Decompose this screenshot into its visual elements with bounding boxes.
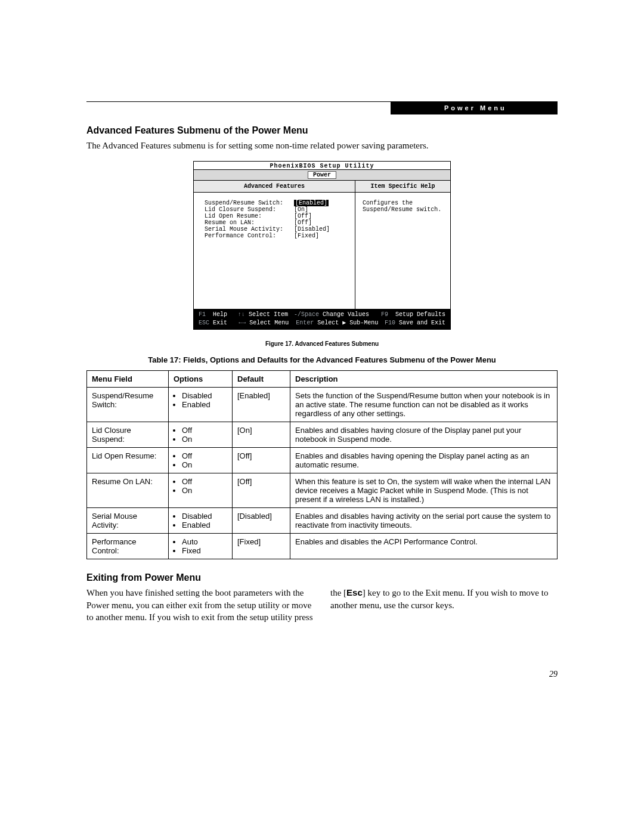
cell-field: Suspend/Resume Switch: (87, 388, 169, 422)
cell-field: Serial Mouse Activity: (87, 508, 169, 534)
table-row: Lid Open Resume: OffOn [Off] Enables and… (87, 448, 558, 473)
cell-options: AutoFixed (169, 534, 233, 559)
bios-utility-title: PhoenixBIOS Setup Utility (194, 162, 450, 169)
table-row: Lid Closure Suspend: OffOn [On] Enables … (87, 422, 558, 448)
cell-default: [Fixed] (233, 534, 290, 559)
cell-field: Lid Closure Suspend: (87, 422, 169, 448)
cell-desc: Enables and disables the ACPI Performanc… (290, 534, 558, 559)
section2-para-c: ] key to go to the Exit menu. If you wis… (330, 588, 548, 609)
section-header-bar: Power Menu (391, 101, 558, 114)
cell-default: [Enabled] (233, 388, 290, 422)
bios-right-pane: Item Specific Help Configures the Suspen… (355, 181, 450, 309)
section-header-label: Power Menu (444, 104, 507, 112)
table-row: Performance Control: AutoFixed [Fixed] E… (87, 534, 558, 559)
bios-fields: Suspend/Resume Switch: [Enabled] Lid Clo… (194, 193, 355, 244)
cell-field: Lid Open Resume: (87, 448, 169, 473)
esc-key-label: Esc (346, 587, 363, 597)
bios-row-4: Serial Mouse Activity: [Disabled] (205, 226, 350, 233)
table-row: Resume On LAN: OffOn [Off] When this fea… (87, 473, 558, 508)
cell-default: [Disabled] (233, 508, 290, 534)
bios-left-title: Advanced Features (194, 181, 355, 193)
cell-default: [Off] (233, 473, 290, 508)
section1-intro: The Advanced Features submenu is for set… (86, 140, 558, 151)
cell-desc: Enables and disables having activity on … (290, 508, 558, 534)
cell-options: OffOn (169, 448, 233, 473)
bios-body: Advanced Features Suspend/Resume Switch:… (194, 181, 450, 309)
bios-right-title: Item Specific Help (355, 181, 450, 193)
table-row: Suspend/Resume Switch: DisabledEnabled [… (87, 388, 558, 422)
section2-body: When you have finished setting the boot … (86, 587, 558, 623)
bios-footer: F1 Help ↑↓ Select Item -/Space Change Va… (194, 309, 450, 329)
cell-options: OffOn (169, 473, 233, 508)
page-number: 29 (549, 670, 558, 679)
bios-selected-value: [Enabled] (294, 200, 329, 206)
cell-desc: Enables and disables having opening the … (290, 448, 558, 473)
th-default: Default (233, 371, 290, 388)
bios-row-3: Resume on LAN: [Off] (205, 219, 350, 226)
cell-options: DisabledEnabled (169, 388, 233, 422)
bios-tab-row: Power (194, 169, 450, 181)
figure-caption: Figure 17. Advanced Features Submenu (86, 340, 558, 347)
cell-desc: Enables and disables having closure of t… (290, 422, 558, 448)
cell-default: [On] (233, 422, 290, 448)
cell-desc: When this feature is set to On, the syst… (290, 473, 558, 508)
page: Power Menu Advanced Features Submenu of … (0, 0, 644, 833)
table-header-row: Menu Field Options Default Description (87, 371, 558, 388)
table-row: Serial Mouse Activity: DisabledEnabled [… (87, 508, 558, 534)
bios-row-1: Lid Closure Suspend: [On] (205, 206, 350, 213)
bios-help-text: Configures the Suspend/Resume switch. (355, 193, 450, 218)
th-menu-field: Menu Field (87, 371, 169, 388)
content-area: Advanced Features Submenu of the Power M… (86, 125, 558, 623)
cell-field: Performance Control: (87, 534, 169, 559)
bios-row-2: Lid Open Resume: [Off] (205, 213, 350, 219)
th-options: Options (169, 371, 233, 388)
cell-field: Resume On LAN: (87, 473, 169, 508)
bios-row-0: Suspend/Resume Switch: [Enabled] (205, 200, 350, 206)
bios-row-5: Performance Control: [Fixed] (205, 233, 350, 239)
bios-screenshot: PhoenixBIOS Setup Utility Power Advanced… (193, 161, 451, 330)
cell-options: OffOn (169, 422, 233, 448)
cell-options: DisabledEnabled (169, 508, 233, 534)
table-title: Table 17: Fields, Options and Defaults f… (86, 355, 558, 364)
th-description: Description (290, 371, 558, 388)
cell-desc: Sets the function of the Suspend/Resume … (290, 388, 558, 422)
bios-left-pane: Advanced Features Suspend/Resume Switch:… (194, 181, 355, 309)
cell-default: [Off] (233, 448, 290, 473)
bios-active-tab: Power (308, 171, 336, 179)
fields-table: Menu Field Options Default Description S… (86, 370, 558, 559)
section2-title: Exiting from Power Menu (86, 572, 558, 583)
section1-title: Advanced Features Submenu of the Power M… (86, 125, 558, 136)
